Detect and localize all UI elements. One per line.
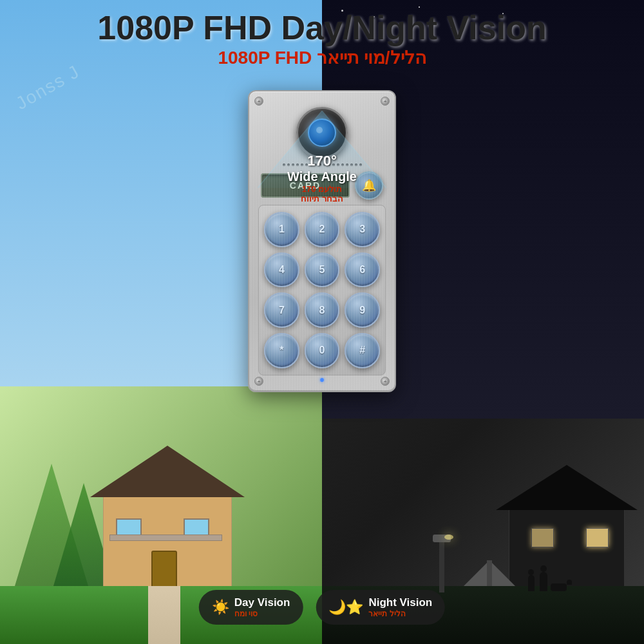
moon-star-icon: 🌙⭐ xyxy=(328,599,363,616)
screw-top-right xyxy=(381,97,390,106)
sun-icon: ☀️ xyxy=(212,599,229,616)
bell-icon: 🔔 xyxy=(362,178,376,193)
angle-hebrew-2: הבחר תיווח xyxy=(287,194,357,204)
device-panel: 170° Wide Angle תולעמ 170 הבחר תיווח xyxy=(248,90,396,392)
night-vision-badge: 🌙⭐ Night Vision הליל תייאר xyxy=(316,590,445,625)
day-vision-hebrew: סוי ומח xyxy=(234,609,290,618)
key-1-button[interactable]: 1 xyxy=(264,212,299,247)
key-0-button[interactable]: 0 xyxy=(305,333,340,368)
screw-top-left xyxy=(254,97,263,106)
night-badge-text: Night Vision הליל תייאר xyxy=(368,596,432,618)
screw-bottom-right xyxy=(381,377,390,386)
angle-hebrew-1: תולעמ 170 xyxy=(287,184,357,194)
angle-degrees: 170° xyxy=(287,153,357,169)
status-led xyxy=(320,378,324,382)
hebrew-subtitle: 1080P FHD הליל/מוי תייאר xyxy=(0,46,644,70)
device-panel-container: 170° Wide Angle תולעמ 170 הבחר תיווח xyxy=(248,90,396,392)
key-9-button[interactable]: 9 xyxy=(345,292,380,328)
angle-label: Wide Angle xyxy=(287,169,357,184)
wide-angle-text: 170° Wide Angle תולעמ 170 הבחר תיווח xyxy=(287,153,357,204)
key-6-button[interactable]: 6 xyxy=(345,252,380,288)
key-hash-button[interactable]: # xyxy=(345,333,380,368)
screw-bottom-left xyxy=(254,377,263,386)
camera-lens xyxy=(308,118,336,147)
main-title: 1080P FHD Day/Night Vision xyxy=(0,10,644,46)
keypad-section: 123456789*0# xyxy=(258,205,386,375)
mic-dot xyxy=(283,164,285,166)
camera-section xyxy=(258,107,386,158)
key-8-button[interactable]: 8 xyxy=(305,292,340,328)
day-badge-text: Day Vision סוי ומח xyxy=(234,596,290,618)
key-star-button[interactable]: * xyxy=(264,333,299,368)
bottom-badges: ☀️ Day Vision סוי ומח 🌙⭐ Night Vision הל… xyxy=(199,590,445,625)
key-5-button[interactable]: 5 xyxy=(305,252,340,288)
camera-housing xyxy=(296,107,348,158)
day-vision-title: Day Vision xyxy=(234,596,290,609)
bell-button[interactable]: 🔔 xyxy=(355,171,383,200)
night-vision-title: Night Vision xyxy=(368,596,432,609)
night-vision-hebrew: הליל תייאר xyxy=(368,609,432,618)
header: 1080P FHD Day/Night Vision 1080P FHD הלי… xyxy=(0,10,644,70)
key-7-button[interactable]: 7 xyxy=(264,292,299,328)
key-3-button[interactable]: 3 xyxy=(345,212,380,247)
keypad-grid: 123456789*0# xyxy=(264,212,380,368)
mic-dot xyxy=(359,164,362,166)
key-2-button[interactable]: 2 xyxy=(305,212,340,247)
key-4-button[interactable]: 4 xyxy=(264,252,299,288)
day-vision-badge: ☀️ Day Vision סוי ומח xyxy=(199,590,303,625)
